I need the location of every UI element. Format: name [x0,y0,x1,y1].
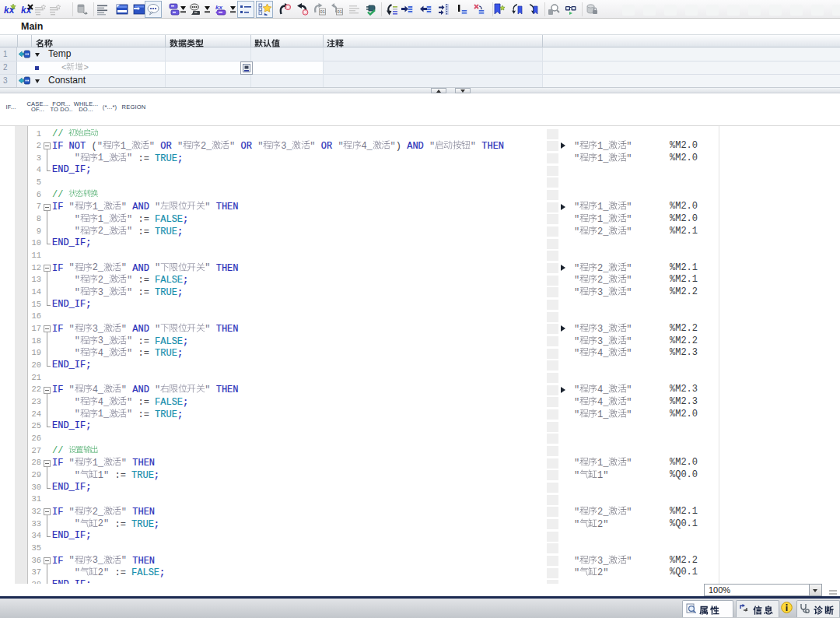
svg-text:01: 01 [320,9,325,14]
svg-text:01: 01 [338,9,342,14]
